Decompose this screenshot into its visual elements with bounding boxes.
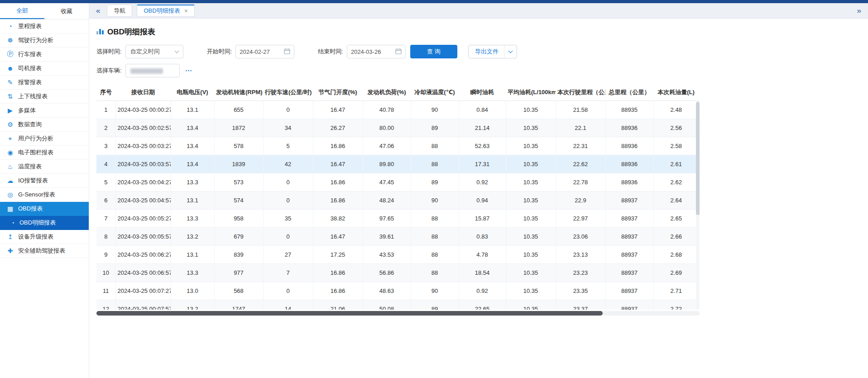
table-cell: 16.86: [313, 282, 363, 300]
table-cell: 13.4: [171, 155, 214, 173]
sidebar-item-user-behavior[interactable]: ⌖用户行为分析: [0, 132, 89, 146]
table-row[interactable]: 62024-03-25 00:04:5713.1574016.8648.2490…: [96, 191, 699, 209]
end-date-field[interactable]: [347, 45, 406, 58]
calendar-icon[interactable]: [284, 48, 290, 56]
table-cell: 88937: [605, 263, 653, 282]
sidebar-tab-favorites[interactable]: 收藏: [44, 3, 89, 19]
table-cell: 0: [263, 191, 313, 209]
table-cell: 47.06: [363, 137, 411, 155]
sidebar-item-data-query[interactable]: ⚙数据查询: [0, 118, 89, 132]
table-cell: 56.86: [363, 263, 411, 282]
start-date-input[interactable]: [240, 48, 284, 55]
table-cell: 23.23: [556, 263, 605, 282]
table-row[interactable]: 112024-03-25 00:07:2713.0568016.8648.639…: [96, 282, 699, 300]
sidebar-item-obd-report[interactable]: ▦OBD报表: [0, 202, 89, 216]
tab-navigation[interactable]: 导航: [107, 5, 132, 17]
export-file-button[interactable]: 导出文件: [468, 45, 517, 58]
sidebar-item-mileage-report[interactable]: ◔里程报表: [0, 19, 89, 33]
sidebar-item-online-offline-report[interactable]: ⇅上下线报表: [0, 90, 89, 104]
table-header-row: 序号接收日期电瓶电压(V)发动机转速(RPM)行驶车速(公里/时)节气门开度(%…: [96, 84, 699, 100]
table-cell: 14: [263, 300, 313, 310]
table-cell: 47.45: [363, 173, 411, 191]
table-cell: 88: [411, 209, 459, 227]
tab-label: 导航: [114, 7, 125, 15]
export-dropdown-toggle[interactable]: [504, 45, 517, 58]
table-cell: 679: [214, 227, 263, 245]
table-cell: 2.58: [653, 137, 699, 155]
table-row[interactable]: 102024-03-25 00:06:5713.3977716.8656.868…: [96, 263, 699, 282]
table-cell: 7: [96, 209, 115, 227]
table-cell: 2.48: [653, 100, 699, 119]
sidebar-item-temperature-report[interactable]: ♨温度报表: [0, 160, 89, 174]
start-date-field[interactable]: [235, 45, 294, 58]
table-cell: 2024-03-25 00:06:27: [115, 245, 171, 263]
close-tab-icon[interactable]: ×: [184, 8, 188, 14]
table-row[interactable]: 52024-03-25 00:04:2713.3573016.8647.4589…: [96, 173, 699, 191]
column-header: 总里程（公里）: [605, 84, 653, 100]
end-date-input[interactable]: [351, 48, 395, 55]
calendar-icon[interactable]: [395, 48, 402, 56]
sidebar-item-multimedia[interactable]: ▶多媒体: [0, 104, 89, 118]
column-header: 瞬时油耗: [459, 84, 506, 100]
g-sensor-icon: ◎: [6, 191, 14, 198]
more-options-button[interactable]: ⋯: [185, 67, 192, 75]
table-cell: 23.35: [556, 282, 605, 300]
collapse-right-icon[interactable]: »: [855, 7, 863, 14]
table-cell: 2.56: [653, 119, 699, 137]
table-cell: 10.35: [506, 191, 556, 209]
table-cell: 88: [411, 227, 459, 245]
sidebar-item-alarm-report[interactable]: ✎报警报表: [0, 76, 89, 90]
vehicle-field[interactable]: [125, 64, 180, 77]
tab-obd-detail-report[interactable]: OBD明细报表 ×: [137, 5, 194, 17]
table-cell: 89: [411, 119, 459, 137]
table-row[interactable]: 12024-03-25 00:00:2713.1655016.4740.7890…: [96, 100, 699, 119]
table-cell: 88937: [605, 191, 653, 209]
collapse-left-icon[interactable]: «: [94, 7, 102, 14]
vertical-scrollbar[interactable]: [696, 101, 700, 310]
table-cell: 2024-03-25 00:05:57: [115, 227, 171, 245]
table-cell: 16.86: [313, 137, 363, 155]
table-cell: 2.64: [653, 191, 699, 209]
sidebar-item-label: IO报警报表: [18, 177, 48, 185]
table-row[interactable]: 122024-03-25 00:07:5713.217471421.0650.0…: [96, 300, 699, 310]
table-row[interactable]: 22024-03-25 00:02:5713.418723426.2780.00…: [96, 119, 699, 137]
table-cell: 10.35: [506, 100, 556, 119]
vehicle-select-label: 选择车辆:: [96, 67, 122, 75]
table-cell: 22.62: [556, 155, 605, 173]
table-cell: 574: [214, 191, 263, 209]
horizontal-scrollbar-thumb[interactable]: [96, 311, 603, 316]
table-cell: 42: [263, 155, 313, 173]
table-row[interactable]: 42024-03-25 00:03:5713.418394216.4789.80…: [96, 155, 699, 173]
sidebar-item-safety-assist-report[interactable]: ✚安全辅助驾驶报表: [0, 244, 89, 258]
table-cell: 2024-03-25 00:05:27: [115, 209, 171, 227]
column-header: 发动机负荷(%): [363, 84, 411, 100]
horizontal-scrollbar[interactable]: [96, 311, 700, 316]
sidebar-item-label: 用户行为分析: [18, 134, 53, 143]
table-cell: 16.47: [313, 227, 363, 245]
sidebar-item-driving-behavior[interactable]: ☸驾驶行为分析: [0, 33, 89, 48]
sidebar-item-g-sensor-report[interactable]: ◎G-Sensor报表: [0, 188, 89, 202]
table-cell: 88936: [605, 173, 653, 191]
tab-label: OBD明细报表: [144, 7, 180, 15]
table-cell: 7: [263, 263, 313, 282]
table-row[interactable]: 72024-03-25 00:05:2713.39583538.8297.658…: [96, 209, 699, 227]
sidebar-item-label: 安全辅助驾驶报表: [18, 247, 65, 255]
table-cell: 13.4: [171, 119, 214, 137]
sidebar-item-driver-report[interactable]: ☻司机报表: [0, 62, 89, 76]
sidebar-item-io-alarm-report[interactable]: ☁IO报警报表: [0, 174, 89, 188]
table-cell: 21.06: [313, 300, 363, 310]
table-cell: 48.24: [363, 191, 411, 209]
query-button[interactable]: 查 询: [410, 45, 457, 58]
sidebar-item-obd-detail-report[interactable]: ▪OBD明细报表: [0, 216, 89, 230]
sidebar-item-driving-report[interactable]: Ⓟ行车报表: [0, 48, 89, 62]
vertical-scrollbar-thumb[interactable]: [696, 102, 700, 215]
time-range-select[interactable]: 自定义时间: [125, 45, 183, 58]
sidebar-item-device-upgrade-report[interactable]: ↥设备升级报表: [0, 230, 89, 244]
sidebar-item-geofence-report[interactable]: ◉电子围栏报表: [0, 146, 89, 160]
sidebar-tab-all[interactable]: 全部: [0, 3, 44, 19]
table-row[interactable]: 92024-03-25 00:06:2713.18392717.2543.538…: [96, 245, 699, 263]
table-row[interactable]: 82024-03-25 00:05:5713.2679016.4739.6188…: [96, 227, 699, 245]
chevron-down-icon: [174, 49, 179, 53]
table-cell: 88936: [605, 119, 653, 137]
table-row[interactable]: 32024-03-25 00:03:2713.4578516.8647.0688…: [96, 137, 699, 155]
